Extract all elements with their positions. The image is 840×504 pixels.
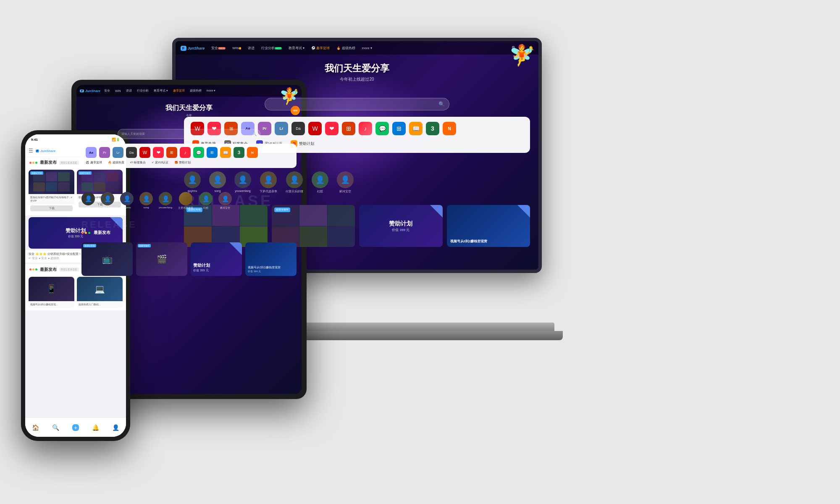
tablet-avatar-song[interactable]: 👤 song [139,192,153,210]
tablet-nav-more[interactable]: more ▾ [205,89,217,93]
laptop-nav-讲进[interactable]: 讲进 [246,45,256,51]
tablet-app-red[interactable]: ❤ [153,147,164,158]
app-icon-windows[interactable]: ⊞ [392,122,406,135]
tablet-avatar-2[interactable]: 👤 娱乐作产 [101,192,114,210]
tablet-avatar-you[interactable]: 👤 youwerilang [159,192,172,210]
tablet-logo: F JunShare [80,89,100,93]
tablet-app-lr[interactable]: Lr [113,147,123,158]
user-nav-icon: 👤 [112,424,119,431]
tablet-search[interactable]: 请输人天发娱场索 🔍 [118,129,260,139]
phone-card-4[interactable]: 💻 超级热榜入门教程... [77,277,123,308]
phone-download-btn-1[interactable]: 下载 [30,205,73,211]
tablet-nav-win[interactable]: WIN [114,89,122,93]
app-icon-book[interactable]: 📖 [409,122,423,135]
avatar-7[interactable]: 👤 桥河宝空 [337,171,354,194]
tablet-sponsor-title: 赞助计划 [193,262,239,268]
tablet-card-1[interactable]: 📺 超级站专辑 [81,242,133,276]
avatar-5[interactable]: 👤 付置示乐的情 [286,171,303,194]
tablet-avatars: 👤 Apollo 👤 娱乐作产 👤 quyimu 👤 [81,192,297,210]
tablet-nav-教育[interactable]: 教育考试 ▾ [152,88,169,93]
tablet-ql-热度[interactable]: 🔥 超级热度 [108,160,124,165]
phone-card-1[interactable]: 超级站专辑 豁免站专辑TV图书帖子站专辑电子...#全VIP 下载 [29,170,74,213]
tablet-app-da[interactable]: Da [126,147,137,158]
tablet-avatar-7[interactable]: 👤 幻想 [199,192,213,210]
tablet-ql-蓝v[interactable]: ✓ 蓝VUI认证 [152,160,169,165]
tablet-app-ae[interactable]: Ae [86,147,97,158]
tablet-nav-篮球[interactable]: 趣享篮球 [172,88,186,93]
app-icon-3[interactable]: 3 [426,122,439,135]
app-icon-music[interactable]: ♪ [359,122,372,135]
tablet-app-book[interactable]: 📖 [220,147,231,158]
tablet-avatar-name-5: youwerilang [159,206,172,209]
tablet-ql-篮球[interactable]: ⚽ 趣享篮球 [86,160,102,165]
avatar-song[interactable]: 👤 song [209,171,226,194]
video-card-label: 视频号从0到1赚钱变现营 [450,239,527,244]
laptop-nav-win[interactable]: WINi [231,45,243,51]
search-nav-icon: 🔍 [52,424,59,431]
phone-release-badge: RELEASE [59,161,79,165]
tablet-nav-超级[interactable]: 超级热榜 [189,88,203,93]
tablet-avatar-circle-5: 👤 [159,192,172,205]
phone-nav-home[interactable]: 🏠 [32,424,39,431]
tablet-avatar-quyimu[interactable]: 👤 quyimu [120,192,134,210]
app-icon-wps2[interactable]: W [308,122,322,135]
avatar-you[interactable]: 👤 youwerilang [234,171,251,194]
tablet-latest-label: 最新发布 [94,230,110,236]
tablet-card-video[interactable]: 视频号从0到1赚钱变现营价值 399 元 [245,242,297,276]
phone-content: 9:41 📶🔋 ☰ F JunShare 🔍 [25,134,126,437]
tablet-avatar-6[interactable]: 主里代选录率 [178,192,193,210]
phone-card-tag-2: 超级专辑年 [79,171,92,175]
avatar-name-7: 桥河宝空 [339,189,351,194]
tablet-card-2[interactable]: 🎬 超级专辑年 [136,242,187,276]
phone-section-label-2: 最新发布 [40,267,57,273]
tablet-ql-标签[interactable]: 🏷 标签集合 [130,160,146,165]
laptop-nav-教育考试[interactable]: 教育考试 ▾ [287,45,306,51]
tablet-avatar-circle-7: 👤 [199,192,213,205]
app-icon-davinci[interactable]: Da [291,122,305,135]
tablet-app-ms[interactable]: ⊞ [166,147,177,158]
laptop-nav-趣享篮球[interactable]: ⚽ 趣享篮球 [310,45,331,51]
app-icon-navicat[interactable]: N [443,122,456,135]
tablet-ql-赞助[interactable]: 🎁 赞助计划 [174,160,191,165]
tablet-avatar-circle-6 [179,192,192,205]
sponsor-card-subtitle: 价值 399 元 [389,228,412,232]
app-icon-lr[interactable]: Lr [275,122,288,135]
laptop-card-1[interactable]: 超级站专辑 [184,205,268,247]
tablet-nav-讲进[interactable]: 讲进 [125,88,133,93]
laptop-nav-超级热榜[interactable]: 🔥 超级热榜 [335,45,357,51]
phone-card-3[interactable]: 📱 视频号从0到1赚钱变现... [29,277,74,308]
tablet-app-3[interactable]: 3 [234,147,244,158]
phone-nav-add[interactable]: + [72,424,79,431]
tablet-avatar-Apollo[interactable]: 👤 Apollo [81,192,95,210]
tablet-nav-安全[interactable]: 安全 [103,88,111,93]
laptop-card-video[interactable]: 视频号从0到1赚钱变现营 [447,205,530,247]
tablet-app-win[interactable]: ⊞ [207,147,218,158]
tablet-app-music[interactable]: ♪ [180,147,191,158]
phone-menu-icon[interactable]: ☰ [29,148,33,154]
avatar-4[interactable]: 👤 下罗代选录率 [260,171,277,194]
app-icon-office2[interactable]: ⊞ [342,122,355,135]
phone-nav-user[interactable]: 👤 [112,424,119,431]
dot-red [81,232,84,234]
laptop-nav-more[interactable]: more ▾ [360,45,374,51]
laptop-card-sponsor[interactable]: 赞助计划 价值 399 元 [359,205,443,247]
tablet-app-pr[interactable]: Pr [99,147,110,158]
tablet-avatar-name-7: 幻想 [203,206,208,210]
app-icon-wechat[interactable]: 💬 [375,122,389,135]
avatar-quyimu[interactable]: 👤 quyimu [184,171,201,194]
tablet-app-nav[interactable]: N [247,147,258,158]
laptop-card-2[interactable]: 超级专辑年 [272,205,355,247]
laptop-nav-安全[interactable]: 安全NEW [210,45,227,51]
tablet-app-wps[interactable]: W [139,147,150,158]
avatar-6[interactable]: 👤 幻想 [312,171,328,194]
app-icon-red2[interactable]: ❤ [325,122,339,135]
tablet-app-wc[interactable]: 💬 [193,147,204,158]
tablet-nav-行业[interactable]: 行业分析 [136,88,150,93]
tablet-card-sponsor[interactable]: 赞助计划 价值 399 元 [191,242,242,276]
phone-nav-bell[interactable]: 🔔 [92,424,99,431]
phone-nav-search[interactable]: 🔍 [52,424,59,431]
tablet-card-tag-2: 超级专辑年 [138,244,151,247]
tablet-avatar-8[interactable]: 👤 桥河宝空 [218,192,232,210]
tablet-apps-panel: Ae Pr Lr Da W ❤ ⊞ ♪ 💬 ⊞ 📖 3 N [81,144,297,168]
laptop-nav-行业分析[interactable]: 行业分析HOT [260,45,284,51]
